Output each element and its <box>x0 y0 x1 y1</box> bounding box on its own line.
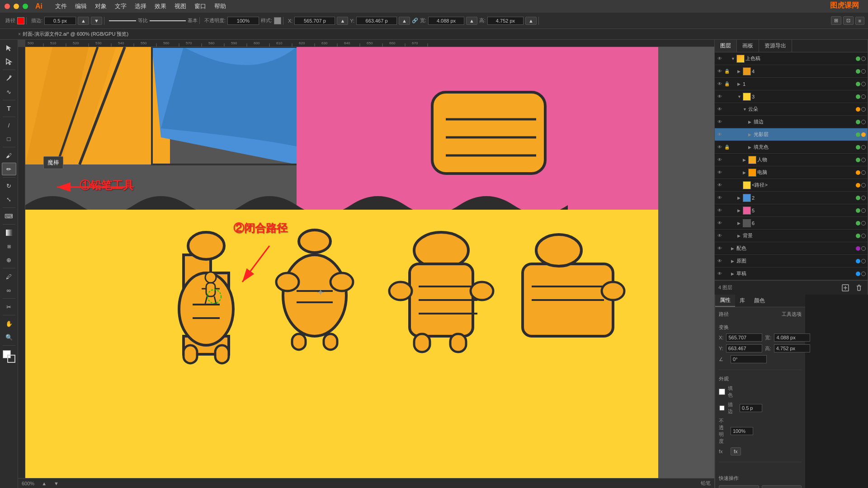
y-input[interactable] <box>356 17 397 25</box>
zoom-value[interactable]: 600% <box>22 481 34 486</box>
lock-ps[interactable] <box>724 245 730 252</box>
tab-artboards[interactable]: 画板 <box>737 40 759 52</box>
target-yun[interactable] <box>861 107 866 112</box>
eyedropper-tool[interactable]: 🖊 <box>2 270 16 283</box>
opacity-input[interactable] <box>227 17 259 25</box>
eye-ps[interactable]: 👁 <box>717 245 723 252</box>
lock-bj[interactable] <box>724 233 730 239</box>
menu-help[interactable]: 帮助 <box>214 2 226 10</box>
tab-properties[interactable]: 属性 <box>715 295 735 307</box>
x-prop-input[interactable] <box>726 333 762 342</box>
stroke-width-input[interactable] <box>44 17 76 25</box>
target-lj[interactable] <box>861 183 866 188</box>
tab-assets[interactable]: 资源导出 <box>759 40 792 52</box>
rectangle-tool[interactable]: □ <box>2 132 16 145</box>
eye-gy[interactable]: 👁 <box>717 131 723 138</box>
lock-yt[interactable] <box>724 258 730 264</box>
target-2[interactable] <box>861 196 866 200</box>
opacity-prop-input[interactable] <box>731 427 753 435</box>
eye-4[interactable]: 👁 <box>717 68 723 75</box>
paintbrush-tool[interactable]: 🖌 <box>2 149 16 162</box>
eye-lj[interactable]: 👁 <box>717 182 723 188</box>
h-input[interactable] <box>487 17 524 25</box>
layer-dian-nao[interactable]: 👁 ▶ 电脑 <box>715 166 868 179</box>
lock-1[interactable]: 🔒 <box>724 81 730 87</box>
lock-4[interactable]: 🔒 <box>724 68 730 75</box>
x-up[interactable]: ▲ <box>337 17 348 25</box>
layer-yuan-tu[interactable]: 👁 ▶ 原图 <box>715 255 868 267</box>
rotate-tool[interactable]: ↻ <box>2 179 16 192</box>
menu-edit[interactable]: 编辑 <box>75 2 87 10</box>
target-4[interactable] <box>861 69 866 74</box>
layer-miao-bian[interactable]: 👁 ▶ 描边 <box>715 116 868 128</box>
y-up[interactable]: ▲ <box>399 17 410 25</box>
layer-1[interactable]: 👁 🔒 ▶ 1 <box>715 78 868 90</box>
lock-6[interactable] <box>724 220 730 226</box>
eye-2[interactable]: 👁 <box>717 195 723 201</box>
eye-cg[interactable]: 👁 <box>717 271 723 277</box>
lock-yun[interactable] <box>724 106 730 113</box>
fill-swatch-prop[interactable] <box>719 389 725 395</box>
transform-btn[interactable]: ⊞ <box>831 16 841 25</box>
target-6[interactable] <box>861 221 866 225</box>
selection-tool[interactable] <box>2 42 16 54</box>
line-tool[interactable]: / <box>2 119 16 131</box>
menu-window[interactable]: 窗口 <box>194 2 206 10</box>
layer-bei-jing[interactable]: 👁 ▶ 背景 <box>715 230 868 242</box>
stroke-swatch-prop[interactable] <box>719 405 725 411</box>
h-up[interactable]: ▲ <box>525 17 537 25</box>
w-up[interactable]: ▲ <box>466 17 477 25</box>
menu-view[interactable]: 视图 <box>175 2 186 10</box>
blend-tool[interactable]: ∞ <box>2 284 16 296</box>
curvature-tool[interactable]: ∿ <box>2 85 16 98</box>
target-yt[interactable] <box>861 259 866 263</box>
canvas-viewport[interactable]: ①铅笔工具 ②闭合路径 <box>25 47 714 481</box>
tab-layers[interactable]: 图层 <box>715 40 737 52</box>
eye-tc[interactable]: 👁 <box>717 144 723 150</box>
lock-lj[interactable] <box>724 182 730 188</box>
zoom-down[interactable]: ▼ <box>54 481 59 486</box>
target-gy[interactable] <box>861 132 866 137</box>
eye-5[interactable]: 👁 <box>717 207 723 214</box>
pen-tool[interactable] <box>2 72 16 84</box>
hand-tool[interactable]: ✋ <box>2 317 16 330</box>
lock-icon-empty[interactable] <box>724 56 730 62</box>
target-cg[interactable] <box>861 272 866 276</box>
mesh-tool[interactable]: ⊞ <box>2 240 16 253</box>
direct-selection-tool[interactable] <box>2 55 16 68</box>
lock-2[interactable] <box>724 195 730 201</box>
eye-yt[interactable]: 👁 <box>717 258 723 264</box>
zoom-tool-btn[interactable]: 🔍 <box>2 331 16 343</box>
layer-3[interactable]: 👁 ▼ 3 <box>715 90 868 103</box>
layer-pei-se[interactable]: 👁 ▶ 配色 <box>715 242 868 255</box>
target-bj[interactable] <box>861 234 866 238</box>
layer-tian-chong[interactable]: 👁 🔒 ▶ 填充色 <box>715 141 868 154</box>
target-dn[interactable] <box>861 170 866 175</box>
style-swatch[interactable] <box>274 17 281 24</box>
eye-bj[interactable]: 👁 <box>717 233 723 239</box>
cancel-group-btn[interactable]: 取消编组 <box>719 485 759 488</box>
layer-shang-se-gao[interactable]: 👁 ▼ 上色稿 <box>715 52 868 65</box>
eye-1[interactable]: 👁 <box>717 81 723 87</box>
eye-icon[interactable]: 👁 <box>717 56 723 62</box>
tab-library[interactable]: 库 <box>735 295 750 307</box>
lock-3[interactable] <box>724 94 730 100</box>
layer-lu-jing[interactable]: 👁 <路径> <box>715 179 868 192</box>
zoom-up[interactable]: ▲ <box>42 481 47 486</box>
isolate-group-btn[interactable]: 隔离组 <box>762 485 802 488</box>
stroke-value-prop[interactable] <box>740 404 762 412</box>
layer-yun-duo[interactable]: 👁 ▼ 云朵 <box>715 103 868 116</box>
lock-cg[interactable] <box>724 271 730 277</box>
stroke-swatch[interactable] <box>7 355 15 363</box>
scale-tool[interactable]: ⤡ <box>2 193 16 206</box>
layer-4[interactable]: 👁 🔒 ▶ 4 <box>715 65 868 78</box>
tab-color[interactable]: 颜色 <box>750 295 769 307</box>
h-prop-input[interactable] <box>774 344 810 352</box>
layer-6[interactable]: 👁 ▶ 6 <box>715 217 868 230</box>
scissors-tool[interactable]: ✂ <box>2 300 16 313</box>
tab-close[interactable]: × <box>18 32 21 37</box>
arrange-btn[interactable]: ≡ <box>855 17 864 25</box>
target-ps[interactable] <box>861 246 866 251</box>
stroke-up[interactable]: ▲ <box>78 17 89 25</box>
x-input[interactable] <box>294 17 335 25</box>
